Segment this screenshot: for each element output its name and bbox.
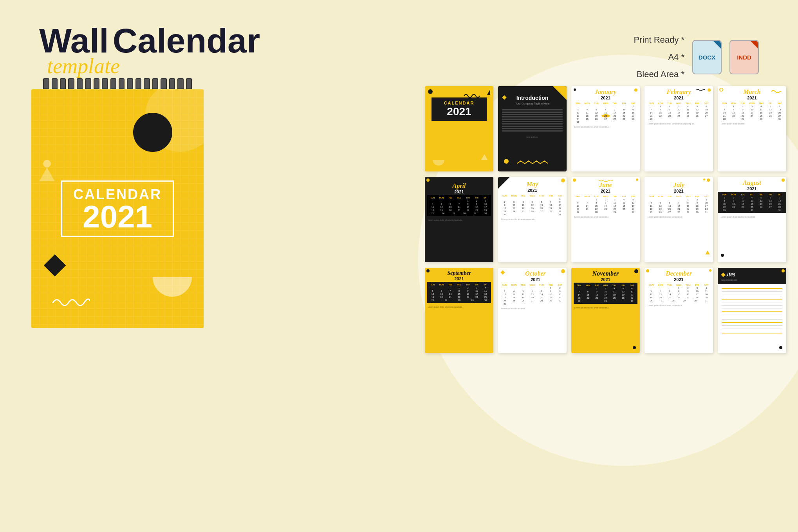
page-october: October 2021 SUNMONTUEWEDTHUFRISAT 12 34… <box>498 268 567 353</box>
spiral-coil <box>186 78 192 89</box>
september-year: 2021 <box>426 276 492 281</box>
page-july: July 2021 SUNMONTUEWEDTHUFRISAT 123 4567… <box>645 177 713 262</box>
spiral-coil <box>135 78 141 89</box>
docx-icon: DOCX <box>692 40 722 74</box>
november-grid: SUNMONTUEWEDTHUFRISAT 123456 78910111213… <box>574 283 637 304</box>
september-grid: SUNMONTUEWEDTHUFRISAT 1234 567891011 121… <box>427 282 491 303</box>
december-year: 2021 <box>646 277 711 282</box>
october-year: 2021 <box>506 277 565 282</box>
july-year: 2021 <box>646 189 711 193</box>
july-text: Lorem ipsum dolor sit amet consectetur. <box>645 215 713 220</box>
page-august: August 2021 SUNMONTUEWEDTHUFRISAT 123456… <box>718 177 786 262</box>
april-grid: SUNMONTUEWEDTHUFRISAT 123 45678910 11121… <box>427 195 491 216</box>
june-year: 2021 <box>573 189 638 193</box>
april-year: 2021 <box>426 189 492 194</box>
february-year: 2021 <box>646 96 711 100</box>
spiral-coil <box>177 78 183 89</box>
title-area: Wall Calendar template <box>39 23 260 78</box>
title-calendar: Calendar <box>113 23 260 58</box>
september-name: September <box>426 270 492 276</box>
february-grid: SUNMONTUEWEDTHUFRISAT 123456 78910111213… <box>645 101 713 121</box>
page-cover: CALENDAR 2021 <box>425 86 493 171</box>
may-text: Lorem ipsum dolor sit amet consectetur. <box>498 217 567 222</box>
intro-zigzag <box>517 160 548 166</box>
page-september: September 2021 SUNMONTUEWEDTHUFRISAT 123… <box>425 268 493 353</box>
spiral-coil <box>77 78 83 89</box>
october-name: October <box>506 270 565 277</box>
page-april: April 2021 SUNMONTUEWEDTHUFRISAT 123 456… <box>425 177 493 262</box>
notes-lines <box>718 284 786 338</box>
cover-deco <box>462 92 482 100</box>
january-text: Lorem ipsum dolor sit amet consectetur. <box>571 124 640 130</box>
intro-text-lines <box>498 106 567 134</box>
deco-squiggle <box>51 295 90 308</box>
spiral-coil <box>144 78 150 89</box>
december-text: Lorem ipsum dolor sit amet consectetur. <box>645 303 713 308</box>
april-name: April <box>426 182 492 189</box>
page-june: June 2021 SUNMONTUEWEDTHUFRISAT 12345 67… <box>571 177 640 262</box>
page-december: December 2021 SUNMONTUEWEDTHUFRISAT 1234… <box>645 268 713 353</box>
january-year: 2021 <box>573 96 638 100</box>
deco-triangle-shape <box>39 168 55 181</box>
october-grid: SUNMONTUEWEDTHUFRISAT 12 3456789 1011121… <box>498 283 567 306</box>
title-wall: Wall <box>39 23 109 58</box>
march-year: 2021 <box>719 96 785 100</box>
june-grid: SUNMONTUEWEDTHUFRISAT 12345 6789101112 1… <box>571 194 640 215</box>
page-january: January 2021 SUNMONTUEWEDTHUFRISAT 12 34… <box>571 86 640 171</box>
spiral-coil <box>102 78 108 89</box>
spiral-coil <box>161 78 166 89</box>
august-text: Lorem ipsum dolor sit amet consectetur. <box>718 215 786 220</box>
spiral-coil <box>152 78 158 89</box>
spiral-coil <box>94 78 99 89</box>
intro-subtitle: Your Company Tagline Here <box>498 102 567 106</box>
spiral-coil <box>127 78 133 89</box>
november-year: 2021 <box>573 277 638 282</box>
august-grid: SUNMONTUEWEDTHUFRISAT 1234567 8910111213… <box>718 192 786 213</box>
october-text: Lorem ipsum dolor sit amet. <box>498 306 567 311</box>
calendar-label-box: CALENDAR 2021 <box>61 180 174 237</box>
intro-footer: your text here <box>498 134 567 140</box>
calendar-mockup: CALENDAR 2021 <box>31 78 204 329</box>
page-may: May 2021 SUNMONTUEWEDTHUFRISAT 1 2345678… <box>498 177 567 262</box>
spiral-coil <box>110 78 116 89</box>
june-name: June <box>573 182 638 189</box>
mockup-year-label: 2021 <box>73 203 162 231</box>
deco-small-circle-tl <box>43 160 51 168</box>
spiral-coil <box>119 78 125 89</box>
spiral-coil <box>169 78 175 89</box>
deco-circle-dark <box>133 113 172 152</box>
badge-text-list: Print Ready * A4 * Bleed Area * <box>634 31 684 83</box>
december-grid: SUNMONTUEWEDTHUFRISAT 1234 567891011 121… <box>645 283 713 303</box>
june-text: Lorem ipsum dolor sit amet consectetur. <box>571 215 640 220</box>
september-text: Lorem ipsum dolor sit amet consectetur. <box>425 305 493 310</box>
bleed-badge: Bleed Area * <box>634 66 684 83</box>
spiral-coil <box>85 78 91 89</box>
august-year: 2021 <box>719 186 785 191</box>
november-name: November <box>573 270 638 277</box>
april-text: Lorem ipsum dolor sit amet consectetur. <box>425 218 493 223</box>
january-name: January <box>573 88 638 96</box>
december-name: December <box>646 270 711 277</box>
july-name: July <box>646 182 711 189</box>
spiral-coil <box>43 78 49 89</box>
page-notes: Notes www.template.com <box>718 268 786 353</box>
march-text: Lorem ipsum dolor sit amet. <box>718 121 786 126</box>
print-ready-badge: Print Ready * <box>634 31 684 49</box>
calendar-body: CALENDAR 2021 <box>31 89 204 328</box>
february-text: Lorem ipsum dolor sit amet consectetur a… <box>645 121 713 126</box>
august-name: August <box>719 179 785 186</box>
november-text: Lorem ipsum dolor sit amet consectetur. <box>571 305 640 310</box>
page-march: March 2021 SUNMONTUEWEDTHUFRISAT 123456 … <box>718 86 786 171</box>
badges-area: Print Ready * A4 * Bleed Area * DOCX IND… <box>634 31 759 83</box>
march-grid: SUNMONTUEWEDTHUFRISAT 123456 78910111213… <box>718 101 786 121</box>
indd-icon: INDD <box>729 40 759 74</box>
spiral <box>31 78 204 89</box>
page-intro: Introduction Your Company Tagline Here y… <box>498 86 567 171</box>
may-grid: SUNMONTUEWEDTHUFRISAT 1 2345678 91011121… <box>498 193 567 217</box>
page-february: February 2021 SUNMONTUEWEDTHUFRISAT 1234… <box>645 86 713 171</box>
spiral-coil <box>52 78 58 89</box>
deco-semicircle-shape <box>153 277 192 297</box>
spiral-coil <box>68 78 74 89</box>
a4-badge: A4 * <box>634 49 684 66</box>
july-grid: SUNMONTUEWEDTHUFRISAT 123 45678910 11121… <box>645 194 713 215</box>
